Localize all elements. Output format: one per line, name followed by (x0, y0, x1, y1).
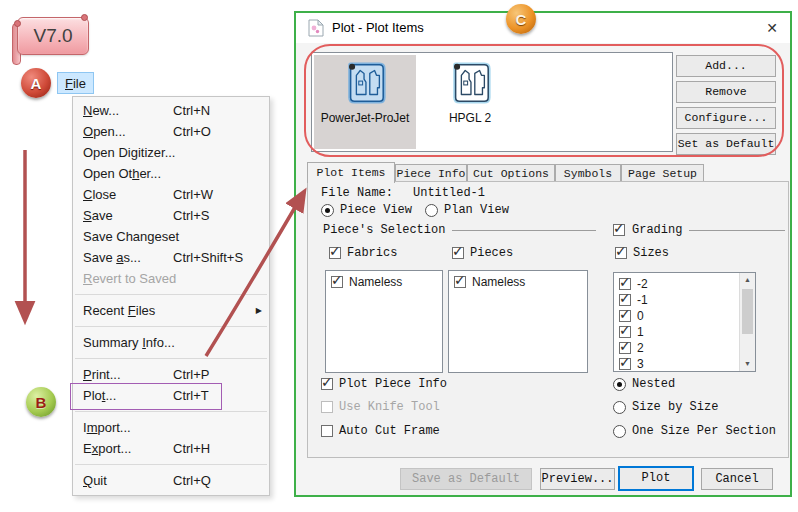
pieces-checkbox[interactable] (452, 247, 464, 259)
plan-view-radio[interactable] (425, 204, 438, 217)
file-name-row: File Name: Untitled-1 (321, 186, 485, 200)
printer-list: PowerJet-ProJetHPGL 2 (311, 52, 673, 152)
option-auto-cut-frame[interactable]: Auto Cut Frame (321, 424, 440, 438)
option-plot-piece-info[interactable]: Plot Piece Info (321, 377, 447, 391)
item-checkbox[interactable] (619, 294, 631, 306)
close-icon[interactable]: ✕ (761, 17, 783, 39)
sizes-scrollbar[interactable]: ▲ ▼ (739, 273, 755, 371)
menu-item-open[interactable]: Open...Ctrl+O (73, 121, 269, 142)
view-option-piece-view[interactable]: Piece View (321, 203, 412, 217)
menu-item-close[interactable]: CloseCtrl+W (73, 184, 269, 205)
configure-button[interactable]: Configure... (676, 107, 776, 129)
file-menu-button[interactable]: File (57, 72, 94, 94)
menu-item-export[interactable]: Export...Ctrl+H (73, 438, 269, 459)
grading-checkbox[interactable] (613, 224, 625, 236)
one-size-per-section-radio[interactable] (613, 425, 626, 438)
nested-radio[interactable] (613, 378, 626, 391)
scrollbar-thumb[interactable] (742, 289, 753, 334)
printer-item-hpgl-2[interactable]: HPGL 2 (420, 55, 520, 149)
radio-label: Plan View (444, 203, 509, 217)
tab-cut-options[interactable]: Cut Options (467, 164, 555, 182)
menu-item-import[interactable]: Import... (73, 417, 269, 438)
menu-item-quit[interactable]: QuitCtrl+Q (73, 470, 269, 491)
menu-item-label: Open... (83, 121, 126, 142)
tab-plot-items[interactable]: Plot Items (307, 162, 395, 183)
tab-piece-info[interactable]: Piece Info (395, 164, 467, 182)
menu-item-save[interactable]: SaveCtrl+S (73, 205, 269, 226)
size-item-0[interactable]: 0 (617, 308, 736, 324)
cancel-button[interactable]: Cancel (701, 468, 773, 490)
printer-name: HPGL 2 (420, 111, 520, 125)
menu-item-label: Plot... (83, 385, 116, 406)
size-by-size-radio[interactable] (613, 401, 626, 414)
menu-item-open-digitizer[interactable]: Open Digitizer... (73, 142, 269, 163)
size-item-2[interactable]: -2 (617, 276, 736, 292)
fabric-item-nameless[interactable]: Nameless (329, 274, 439, 290)
menu-item-recent-files[interactable]: Recent Files▶ (73, 300, 269, 321)
item-checkbox[interactable] (619, 278, 631, 290)
option-one-size-per-section[interactable]: One Size Per Section (613, 424, 776, 438)
item-label: 3 (637, 357, 644, 371)
add-button[interactable]: Add... (676, 55, 776, 77)
option-use-knife-tool[interactable]: Use Knife Tool (321, 400, 440, 414)
menu-item-label: Recent Files (83, 300, 155, 321)
option-nested[interactable]: Nested (613, 377, 675, 391)
plot-piece-info-checkbox[interactable] (321, 378, 333, 390)
radio-label: Size by Size (632, 400, 718, 414)
menu-item-label: Save Changeset (83, 226, 179, 247)
pieces-checkbox-row: Pieces (452, 246, 513, 260)
menu-item-label: Open Other... (83, 163, 161, 184)
scroll-down-icon[interactable]: ▼ (740, 357, 755, 371)
size-item-3[interactable]: 3 (617, 356, 736, 372)
view-option-plan-view[interactable]: Plan View (425, 203, 509, 217)
size-item-1[interactable]: -1 (617, 292, 736, 308)
menu-item-save-as[interactable]: Save as...Ctrl+Shift+S (73, 247, 269, 268)
tab-page-setup[interactable]: Page Setup (621, 164, 704, 182)
tab-symbols[interactable]: Symbols (555, 164, 621, 182)
menu-item-shortcut: Ctrl+H (173, 438, 210, 459)
menu-separator (75, 411, 267, 412)
menu-item-summary-info[interactable]: Summary Info... (73, 332, 269, 353)
menu-item-open-other[interactable]: Open Other... (73, 163, 269, 184)
size-item-1[interactable]: 1 (617, 324, 736, 340)
item-checkbox[interactable] (619, 310, 631, 322)
ribbon-knob-right (81, 14, 88, 21)
file-menu-label: File (65, 76, 86, 91)
menu-item-save-changeset[interactable]: Save Changeset (73, 226, 269, 247)
menu-item-label: Open Digitizer... (83, 142, 176, 163)
item-label: -2 (637, 277, 648, 291)
dialog-title: Plot - Plot Items (332, 13, 424, 43)
dialog-titlebar[interactable]: Plot - Plot Items ✕ (296, 13, 790, 43)
option-size-by-size[interactable]: Size by Size (613, 400, 718, 414)
auto-cut-frame-checkbox[interactable] (321, 425, 333, 437)
file-name-label: File Name: (321, 186, 407, 200)
menu-item-label: Save (83, 205, 113, 226)
fabrics-checkbox[interactable] (329, 247, 341, 259)
piece-item-nameless[interactable]: Nameless (452, 274, 584, 290)
item-checkbox[interactable] (619, 342, 631, 354)
item-checkbox[interactable] (331, 276, 343, 288)
step-badge-c: C (506, 4, 536, 34)
sizes-checkbox[interactable] (615, 247, 627, 259)
item-checkbox[interactable] (619, 358, 631, 370)
size-item-2[interactable]: 2 (617, 340, 736, 356)
menu-item-new[interactable]: New...Ctrl+N (73, 100, 269, 121)
file-menu-panel: New...Ctrl+NOpen...Ctrl+OOpen Digitizer.… (72, 96, 270, 496)
scroll-up-icon[interactable]: ▲ (740, 273, 755, 287)
preview-button[interactable]: Preview... (540, 468, 615, 490)
menu-item-plot[interactable]: Plot...Ctrl+T (73, 385, 269, 406)
plot-button[interactable]: Plot (618, 466, 694, 491)
item-checkbox[interactable] (454, 276, 466, 288)
set-as-default-button[interactable]: Set as Default (676, 133, 776, 155)
plot-items-tab-page: File Name: Untitled-1 Piece ViewPlan Vie… (307, 181, 789, 458)
item-label: 0 (637, 309, 644, 323)
remove-button[interactable]: Remove (676, 81, 776, 103)
checkbox-label: Sizes (633, 246, 669, 260)
menu-item-print[interactable]: Print...Ctrl+P (73, 364, 269, 385)
piece-view-radio[interactable] (321, 204, 334, 217)
printer-item-powerjet-projet[interactable]: PowerJet-ProJet (314, 55, 416, 149)
menu-item-revert-to-saved[interactable]: Revert to Saved (73, 268, 269, 289)
item-checkbox[interactable] (619, 326, 631, 338)
plot-dialog: Plot - Plot Items ✕ PowerJet-ProJetHPGL … (294, 11, 792, 497)
piece-selection-label: Piece's Selection (323, 223, 445, 237)
